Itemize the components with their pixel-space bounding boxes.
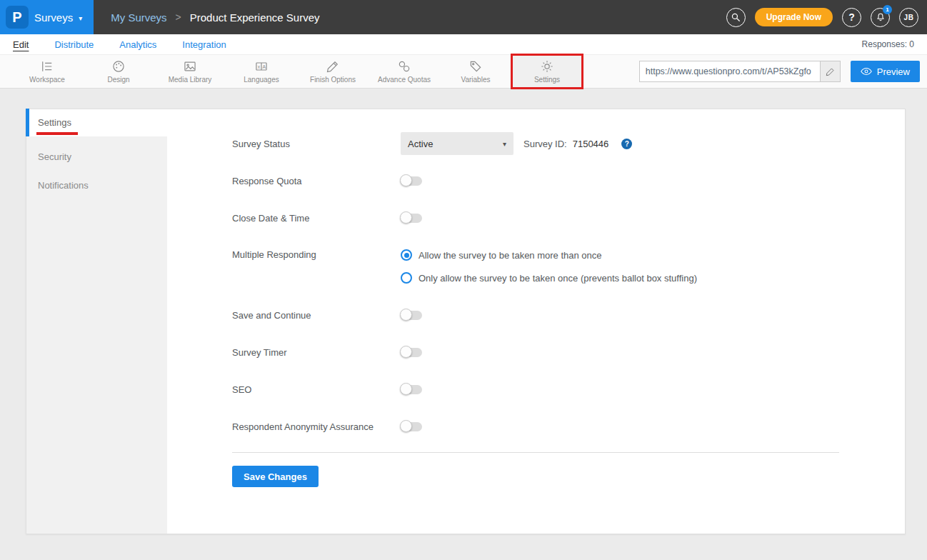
save-changes-button[interactable]: Save Changes xyxy=(232,466,319,487)
close-date-time-row: Close Date & Time xyxy=(232,206,905,229)
radio-button-selected-icon xyxy=(401,249,412,261)
toolbar-item-finish-options[interactable]: Finish Options xyxy=(297,54,369,89)
toolbar-item-variables[interactable]: Variables xyxy=(440,54,511,89)
radio-allow-multiple[interactable]: Allow the survey to be taken more than o… xyxy=(401,244,697,266)
media-library-icon xyxy=(183,59,197,74)
notifications-button[interactable]: 1 xyxy=(871,8,890,27)
toolbar-item-settings[interactable]: Settings xyxy=(511,54,583,89)
questionpro-logo[interactable]: P xyxy=(6,6,29,29)
survey-id-help-icon[interactable]: ? xyxy=(621,139,632,149)
survey-title: Product Experience Survey xyxy=(190,11,320,24)
upgrade-now-button[interactable]: Upgrade Now xyxy=(755,8,833,26)
settings-sidebar: Security Notifications xyxy=(26,136,167,534)
finish-options-pencil-icon xyxy=(326,59,340,74)
design-palette-icon xyxy=(111,59,126,74)
content-area: Settings Security Notifications Survey S… xyxy=(0,89,927,560)
advance-quotas-links-icon xyxy=(397,59,411,74)
radio-allow-once[interactable]: Only allow the survey to be taken once (… xyxy=(401,266,697,289)
tab-integration[interactable]: Integration xyxy=(182,39,226,50)
save-and-continue-label: Save and Continue xyxy=(232,310,401,321)
survey-status-select[interactable]: Active ▾ xyxy=(401,132,513,155)
search-button[interactable] xyxy=(726,8,746,27)
multiple-responding-row: Multiple Responding Allow the survey to … xyxy=(232,244,905,289)
multiple-responding-label: Multiple Responding xyxy=(232,244,401,266)
survey-timer-row: Survey Timer xyxy=(232,341,905,364)
breadcrumb-my-surveys[interactable]: My Surveys xyxy=(111,11,166,24)
respondent-anonymity-row: Respondent Anonymity Assurance xyxy=(232,415,905,438)
multiple-responding-options: Allow the survey to be taken more than o… xyxy=(401,244,697,289)
response-quota-toggle[interactable] xyxy=(401,176,422,186)
survey-id-label: Survey ID: xyxy=(523,139,567,149)
product-switcher-label: Surveys xyxy=(34,11,73,24)
top-navigation-bar: P Surveys ▾ My Surveys > Product Experie… xyxy=(0,0,927,34)
breadcrumb: My Surveys > Product Experience Survey xyxy=(111,11,319,24)
toolbar-right-actions: Preview xyxy=(639,61,927,82)
sidebar-item-settings[interactable]: Settings xyxy=(38,117,71,128)
tab-distribute[interactable]: Distribute xyxy=(54,39,94,50)
toolbar-item-media-library[interactable]: Media Library xyxy=(154,54,226,89)
respondent-anonymity-label: Respondent Anonymity Assurance xyxy=(232,421,401,432)
avatar[interactable]: JB xyxy=(899,8,918,27)
toggle-knob xyxy=(400,346,412,358)
close-date-time-toggle[interactable] xyxy=(401,214,422,223)
survey-url-input[interactable] xyxy=(640,61,820,81)
toggle-knob xyxy=(400,383,412,395)
help-button[interactable]: ? xyxy=(842,8,861,27)
survey-status-row: Survey Status Active ▾ Survey ID: 715044… xyxy=(232,132,905,155)
toggle-knob xyxy=(400,211,412,224)
response-quota-label: Response Quota xyxy=(232,176,401,186)
chevron-down-icon: ▾ xyxy=(79,14,82,22)
svg-text:A: A xyxy=(262,64,266,69)
edit-url-button[interactable] xyxy=(820,61,840,81)
sidebar-item-security[interactable]: Security xyxy=(26,142,167,171)
variables-tag-icon xyxy=(468,59,483,74)
survey-status-value: Active xyxy=(408,139,433,149)
form-divider xyxy=(232,452,839,453)
seo-row: SEO xyxy=(232,378,905,401)
edit-toolbar: Workspace Design Media Library xA Langua… xyxy=(0,54,927,89)
svg-text:x: x xyxy=(258,64,261,69)
toolbar-item-advance-quotas[interactable]: Advance Quotas xyxy=(369,54,440,89)
eye-icon xyxy=(861,67,872,76)
preview-button[interactable]: Preview xyxy=(851,61,920,82)
seo-label: SEO xyxy=(232,384,401,395)
toolbar-item-design[interactable]: Design xyxy=(83,54,154,89)
sidebar-item-notifications[interactable]: Notifications xyxy=(26,171,167,199)
respondent-anonymity-toggle[interactable] xyxy=(401,422,422,431)
search-icon xyxy=(731,12,741,22)
main-tabs: Edit Distribute Analytics Integration Re… xyxy=(0,34,927,54)
notification-badge: 1 xyxy=(883,5,892,14)
toggle-knob xyxy=(400,420,412,432)
workspace-icon xyxy=(40,59,54,74)
active-section-accent xyxy=(26,109,29,136)
survey-status-label: Survey Status xyxy=(232,139,401,149)
toolbar-item-languages[interactable]: xA Languages xyxy=(226,54,297,89)
tab-edit[interactable]: Edit xyxy=(13,39,29,50)
responses-count: Responses: 0 xyxy=(862,39,914,49)
toggle-knob xyxy=(400,309,412,321)
settings-form: Survey Status Active ▾ Survey ID: 715044… xyxy=(232,109,905,487)
bell-icon xyxy=(876,12,886,22)
survey-url-box xyxy=(639,61,841,82)
settings-gear-icon xyxy=(540,59,554,74)
seo-toggle[interactable] xyxy=(401,385,422,394)
chevron-down-icon: ▾ xyxy=(503,140,506,148)
toolbar-item-workspace[interactable]: Workspace xyxy=(11,54,83,89)
annotation-settings-underline xyxy=(36,132,78,135)
questionpro-settings-page: P Surveys ▾ My Surveys > Product Experie… xyxy=(0,0,927,560)
product-switcher[interactable]: P Surveys ▾ xyxy=(0,0,94,34)
settings-card: Settings Security Notifications Survey S… xyxy=(26,109,906,534)
save-and-continue-toggle[interactable] xyxy=(401,311,422,320)
languages-icon: xA xyxy=(254,59,269,74)
response-quota-row: Response Quota xyxy=(232,169,905,192)
breadcrumb-separator-icon: > xyxy=(176,11,181,23)
survey-timer-toggle[interactable] xyxy=(401,348,422,357)
topbar-actions: Upgrade Now ? 1 JB xyxy=(726,8,927,27)
survey-timer-label: Survey Timer xyxy=(232,347,401,358)
tab-analytics[interactable]: Analytics xyxy=(119,39,156,50)
radio-button-icon xyxy=(401,272,412,284)
close-date-time-label: Close Date & Time xyxy=(232,213,401,224)
save-and-continue-row: Save and Continue xyxy=(232,304,905,326)
survey-id-value: 7150446 xyxy=(573,139,609,149)
question-mark-icon: ? xyxy=(848,11,855,23)
